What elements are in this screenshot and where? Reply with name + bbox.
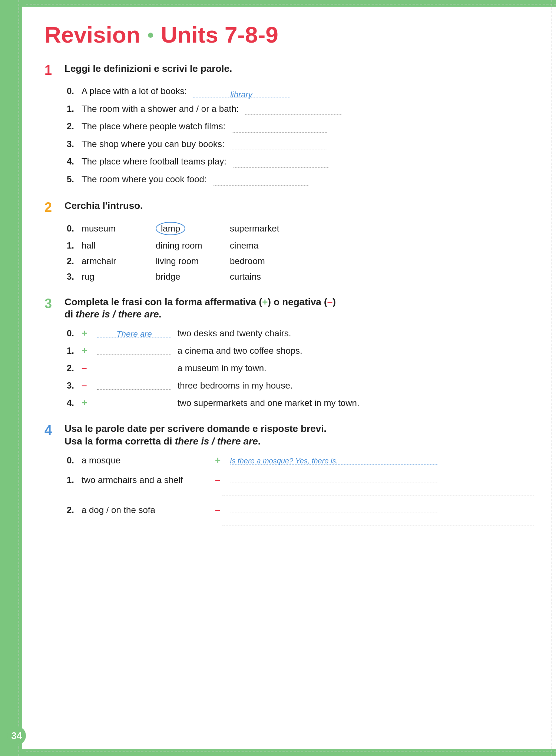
list-item: 3. – three bedrooms in my house. (67, 380, 534, 391)
section-4-items: 0. a mosque + Is there a mosque? Yes, th… (67, 454, 534, 526)
section-1: 1 Leggi le definizioni e scrivi le parol… (44, 63, 534, 186)
item-word3: bedroom (230, 256, 304, 266)
item-num: 2. (67, 120, 82, 133)
answer-blank (97, 399, 171, 407)
section-3-title: Completa le frasi con la forma affermati… (64, 296, 336, 321)
minus-icon: – (215, 504, 230, 516)
item-text: The place where football teams play: (82, 155, 534, 168)
answer-blank (213, 177, 309, 186)
list-item: 0. a mosque + Is there a mosque? Yes, th… (67, 454, 534, 466)
title-revision: Revision (44, 21, 140, 48)
item-text: The room with a shower and / or a bath: (82, 103, 534, 115)
section-2-number: 2 (44, 200, 58, 215)
plus-icon: + (215, 454, 230, 466)
item-num: 5. (67, 173, 82, 186)
item-num: 4. (67, 398, 82, 408)
item-word2: living room (156, 256, 230, 266)
section-3-number: 3 (44, 296, 58, 312)
section-1-title: Leggi le definizioni e scrivi le parole. (64, 63, 232, 75)
item-num: 0. (67, 328, 82, 339)
item-num: 2. (67, 256, 82, 266)
item-word: two armchairs and a shelf (82, 475, 215, 485)
item-num: 1. (67, 346, 82, 356)
answer-blank (230, 475, 437, 483)
extra-answer-line (222, 488, 534, 496)
item-word3: cinema (230, 240, 304, 251)
item-text: A place with a lot of books: library (82, 85, 534, 97)
minus-icon: – (215, 474, 230, 486)
list-item: 0. museum lamp supermarket (67, 222, 534, 235)
answer-filled: Is there a mosque? Yes, there is. (230, 457, 437, 465)
minus-icon: – (82, 362, 95, 374)
plus-icon: + (82, 327, 95, 339)
list-item: 0. A place with a lot of books: library (67, 85, 534, 97)
item-word3: supermarket (230, 223, 304, 234)
item-text: The place where people watch films: (82, 120, 534, 133)
list-item: 1. two armchairs and a shelf – (67, 474, 534, 496)
item-num: 3. (67, 138, 82, 150)
item-word2: lamp (156, 222, 230, 235)
item-num: 0. (67, 223, 82, 234)
answer-blank (245, 107, 341, 115)
item-num: 1. (67, 240, 82, 251)
answer-blank (231, 142, 327, 150)
item-word: a dog / on the sofa (82, 505, 215, 515)
page-container: Revision ● Units 7-8-9 1 Leggi le defini… (0, 0, 556, 756)
circled-word: lamp (156, 222, 185, 235)
section-2-title: Cerchia l'intruso. (64, 200, 143, 212)
answer-filled: There are (97, 329, 171, 337)
item-word1: armchair (82, 256, 156, 266)
section-3-items: 0. + There are two desks and twenty chai… (67, 327, 534, 409)
section-4-number: 4 (44, 423, 58, 438)
item-word2: bridge (156, 272, 230, 282)
item-num: 0. (67, 455, 82, 466)
list-item: 4. The place where football teams play: (67, 155, 534, 168)
item-text: The shop where you can buy books: (82, 138, 534, 150)
section-1-items: 0. A place with a lot of books: library … (67, 85, 534, 186)
item-word1: museum (82, 223, 156, 234)
item-row: 2. a dog / on the sofa – (67, 504, 534, 516)
white-content: Revision ● Units 7-8-9 1 Leggi le defini… (22, 7, 556, 749)
list-item: 2. The place where people watch films: (67, 120, 534, 133)
section-3-header: 3 Completa le frasi con la forma afferma… (44, 296, 534, 321)
answer-blank (232, 124, 328, 133)
item-rest: three bedrooms in my house. (175, 380, 293, 391)
section-4-header: 4 Usa le parole date per scrivere domand… (44, 423, 534, 448)
item-word2: dining room (156, 240, 230, 251)
item-row: 1. two armchairs and a shelf – (67, 474, 534, 486)
section-2-header: 2 Cerchia l'intruso. (44, 200, 534, 215)
page-number: 34 (7, 726, 26, 745)
list-item: 2. armchair living room bedroom (67, 256, 534, 266)
item-rest: two supermarkets and one market in my to… (175, 398, 360, 408)
item-num: 1. (67, 103, 82, 115)
title-units: Units 7-8-9 (161, 21, 278, 48)
item-rest: two desks and twenty chairs. (175, 328, 291, 339)
item-row: 0. a mosque + Is there a mosque? Yes, th… (67, 454, 534, 466)
section-1-header: 1 Leggi le definizioni e scrivi le parol… (44, 63, 534, 78)
section-4: 4 Usa le parole date per scrivere domand… (44, 423, 534, 526)
dashed-border-right (552, 0, 552, 756)
answer-filled: library (193, 89, 289, 97)
list-item: 3. The shop where you can buy books: (67, 138, 534, 150)
item-word: a mosque (82, 455, 215, 466)
answer-blank (230, 505, 437, 513)
minus-icon: – (82, 380, 95, 391)
list-item: 1. The room with a shower and / or a bat… (67, 103, 534, 115)
list-item: 2. – a museum in my town. (67, 362, 534, 374)
list-item: 5. The room where you cook food: (67, 173, 534, 186)
dashed-border-bottom (26, 752, 556, 752)
item-num: 2. (67, 505, 82, 515)
list-item: 1. + a cinema and two coffee shops. (67, 345, 534, 356)
dashed-border-left (19, 0, 19, 756)
answer-blank (97, 347, 171, 355)
dashed-border-top (26, 4, 556, 4)
answer-blank (233, 160, 329, 168)
answer-blank (97, 364, 171, 372)
item-num: 2. (67, 363, 82, 373)
list-item: 4. + two supermarkets and one market in … (67, 397, 534, 409)
extra-answer-line (222, 518, 534, 526)
top-strip (22, 0, 556, 7)
item-num: 0. (67, 85, 82, 97)
item-num: 3. (67, 272, 82, 282)
item-rest: a cinema and two coffee shops. (175, 346, 302, 356)
